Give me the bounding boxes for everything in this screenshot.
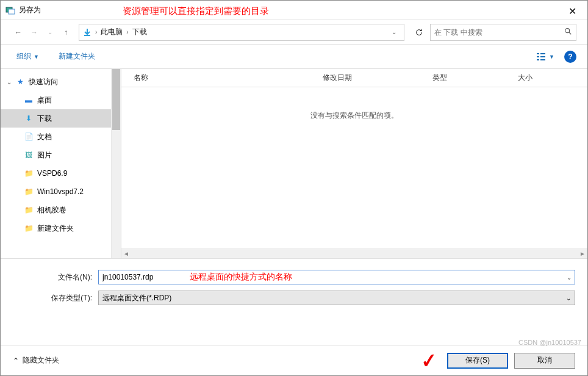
toolbar: 组织 ▼ 新建文件夹 ▼ ? — [1, 45, 587, 69]
scrollbar-thumb[interactable] — [131, 250, 578, 258]
collapse-icon[interactable]: ⌄ — [7, 79, 15, 85]
search-icon[interactable] — [564, 27, 572, 37]
tree-label: 桌面 — [37, 95, 109, 106]
hide-folders-label: 隐藏文件夹 — [23, 355, 59, 366]
scroll-right-icon[interactable]: ► — [578, 250, 587, 258]
filetype-select[interactable]: 远程桌面文件(*.RDP) ⌄ — [98, 291, 575, 305]
refresh-button[interactable] — [411, 24, 428, 41]
tree-label: 新建文件夹 — [37, 223, 121, 234]
column-type[interactable]: 类型 — [432, 73, 518, 83]
svg-rect-6 — [540, 53, 545, 54]
tree-label: VSPD6.9 — [37, 169, 121, 178]
downloads-icon — [82, 27, 93, 38]
file-list-panel: 名称 修改日期 类型 大小 没有与搜索条件匹配的项。 ◄ ► — [121, 69, 587, 258]
tree-item-folder[interactable]: 📁 VSPD6.9 — [1, 164, 121, 183]
chevron-down-icon: ▼ — [34, 54, 39, 60]
view-options-button[interactable]: ▼ — [533, 50, 558, 63]
tree-item-documents[interactable]: 📄 文档 📌 — [1, 128, 121, 146]
horizontal-scrollbar[interactable]: ◄ ► — [121, 248, 587, 258]
search-input[interactable] — [434, 28, 564, 37]
tree-label: 快速访问 — [29, 77, 121, 87]
filename-label: 文件名(N): — [13, 272, 98, 283]
main-content: ⌄ ★ 快速访问 ▬ 桌面 📌 ⬇ 下载 📌 📄 文档 📌 🖼 图片 📌 📁 V… — [1, 69, 587, 258]
close-button[interactable]: ✕ — [562, 4, 583, 18]
nav-bar: ← → ⌄ ↑ › 此电脑 › 下载 ⌄ — [1, 20, 587, 45]
breadcrumb-dropdown[interactable]: ⌄ — [392, 29, 401, 35]
folder-icon: 📁 — [24, 168, 34, 178]
downloads-icon: ⬇ — [24, 114, 34, 123]
columns-header: 名称 修改日期 类型 大小 — [121, 69, 587, 87]
search-box[interactable] — [430, 24, 576, 41]
filetype-row: 保存类型(T): 远程桌面文件(*.RDP) ⌄ — [13, 291, 575, 305]
filename-row: 文件名(N): ⌄ 远程桌面的快捷方式的名称 — [13, 270, 575, 284]
navigation-tree: ⌄ ★ 快速访问 ▬ 桌面 📌 ⬇ 下载 📌 📄 文档 📌 🖼 图片 📌 📁 V… — [1, 69, 121, 258]
document-icon: 📄 — [24, 132, 34, 142]
tree-item-folder[interactable]: 📁 Win10vspd7.2 — [1, 183, 121, 201]
window-title: 另存为 — [19, 5, 41, 15]
folder-icon: 📁 — [24, 223, 34, 233]
svg-rect-4 — [537, 56, 539, 57]
tree-label: 下载 — [37, 114, 109, 124]
chevron-down-icon: ▼ — [549, 54, 554, 60]
tree-item-folder[interactable]: 📁 新建文件夹 — [1, 219, 121, 237]
tree-item-downloads[interactable]: ⬇ 下载 📌 — [1, 109, 121, 128]
button-bar: ⌃ 隐藏文件夹 ✓ 保存(S) 取消 — [1, 345, 587, 375]
tree-item-folder[interactable]: 📁 相机胶卷 — [1, 201, 121, 219]
app-icon — [5, 5, 15, 15]
chevron-down-icon: ⌄ — [566, 295, 571, 302]
back-button[interactable]: ← — [12, 26, 25, 39]
forward-button[interactable]: → — [27, 26, 41, 39]
folder-icon: 📁 — [24, 205, 34, 215]
tree-item-pictures[interactable]: 🖼 图片 📌 — [1, 146, 121, 164]
filetype-value: 远程桌面文件(*.RDP) — [102, 293, 171, 303]
organize-menu[interactable]: 组织 ▼ — [12, 49, 44, 64]
chevron-up-icon: ⌃ — [13, 356, 19, 365]
save-form: 文件名(N): ⌄ 远程桌面的快捷方式的名称 保存类型(T): 远程桌面文件(*… — [1, 258, 587, 317]
empty-message: 没有与搜索条件匹配的项。 — [121, 110, 587, 121]
svg-rect-3 — [537, 53, 539, 54]
star-icon: ★ — [15, 77, 25, 87]
tree-label: 相机胶卷 — [37, 205, 121, 215]
filename-input[interactable] — [98, 270, 575, 284]
svg-rect-7 — [540, 56, 545, 57]
folder-icon: 📁 — [24, 187, 34, 197]
help-button[interactable]: ? — [564, 51, 576, 63]
tree-item-desktop[interactable]: ▬ 桌面 📌 — [1, 91, 121, 109]
desktop-icon: ▬ — [24, 95, 34, 105]
pictures-icon: 🖼 — [24, 150, 34, 160]
breadcrumb[interactable]: › 此电脑 › 下载 ⌄ — [79, 24, 404, 41]
save-button[interactable]: 保存(S) — [447, 353, 508, 369]
watermark: CSDN @jn10010537 — [518, 339, 581, 346]
hide-folders-toggle[interactable]: ⌃ 隐藏文件夹 — [13, 355, 59, 366]
annotation-checkmark: ✓ — [420, 348, 438, 372]
svg-rect-5 — [537, 59, 539, 60]
up-button[interactable]: ↑ — [59, 26, 73, 39]
annotation-resource-path: 资源管理可以直接指定到需要的目录 — [123, 5, 269, 17]
svg-point-2 — [565, 29, 570, 33]
breadcrumb-downloads[interactable]: 下载 — [129, 27, 151, 37]
tree-label: Win10vspd7.2 — [37, 187, 121, 196]
new-folder-button[interactable]: 新建文件夹 — [54, 49, 100, 64]
svg-rect-8 — [540, 59, 545, 60]
column-date[interactable]: 修改日期 — [323, 73, 432, 83]
tree-label: 图片 — [37, 150, 109, 161]
scroll-left-icon[interactable]: ◄ — [121, 250, 131, 258]
tree-scrollbar[interactable] — [111, 69, 121, 258]
cancel-button[interactable]: 取消 — [514, 353, 575, 369]
tree-label: 文档 — [37, 132, 109, 142]
scrollbar-thumb[interactable] — [112, 69, 120, 130]
svg-rect-1 — [9, 9, 15, 14]
filetype-label: 保存类型(T): — [13, 293, 98, 303]
column-size[interactable]: 大小 — [518, 73, 587, 83]
title-bar: 另存为 资源管理可以直接指定到需要的目录 ✕ — [1, 1, 587, 20]
tree-quick-access[interactable]: ⌄ ★ 快速访问 — [1, 73, 121, 91]
column-name[interactable]: 名称 — [134, 73, 323, 83]
breadcrumb-this-pc[interactable]: 此电脑 — [97, 27, 126, 37]
organize-label: 组织 — [16, 51, 31, 62]
recent-dropdown[interactable]: ⌄ — [43, 26, 57, 39]
